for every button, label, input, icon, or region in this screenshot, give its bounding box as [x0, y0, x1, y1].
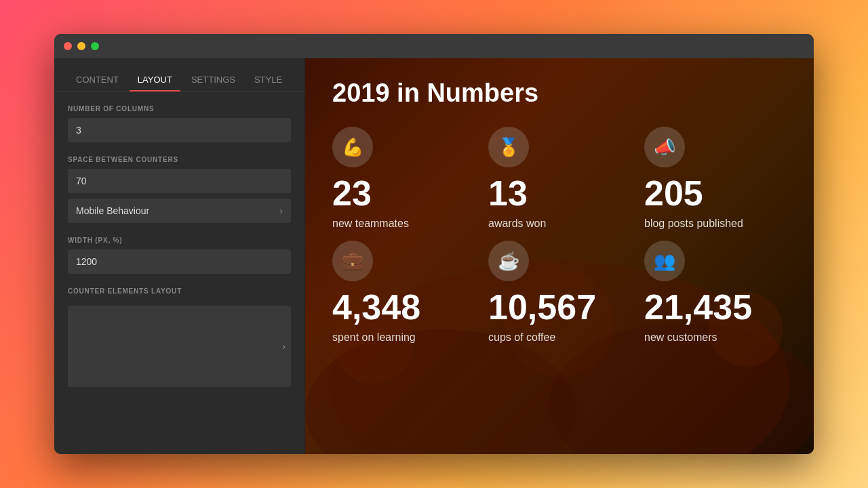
- close-dot[interactable]: [64, 42, 72, 50]
- mobile-behaviour-chevron-icon: ›: [279, 205, 283, 216]
- tab-style[interactable]: STYLE: [246, 69, 290, 92]
- coffee-icon: ☕: [498, 251, 519, 272]
- counter-elements-layout-label: COUNTER ELEMENTS LAYOUT: [68, 287, 291, 295]
- counter-number-3: 205: [644, 176, 703, 211]
- minimize-dot[interactable]: [77, 42, 85, 50]
- width-input[interactable]: [68, 249, 291, 274]
- preview-content: 2019 in Numbers 💪 23 new teammates: [305, 58, 814, 454]
- tab-settings[interactable]: SETTINGS: [183, 69, 243, 92]
- window-body: CONTENT LAYOUT SETTINGS STYLE NUMBER OF …: [54, 58, 814, 454]
- app-window: CONTENT LAYOUT SETTINGS STYLE NUMBER OF …: [54, 34, 814, 454]
- space-between-counters-group: SPACE BETWEEN COUNTERS Mobile Behaviour …: [68, 156, 291, 223]
- counter-icon-circle-1: 💪: [332, 127, 373, 167]
- briefcase-icon: 💼: [342, 251, 363, 272]
- layout-preview-area[interactable]: ›: [68, 306, 291, 387]
- counters-row-2: 💼 4,348 spent on learning ☕ 10,567 cups …: [332, 241, 787, 344]
- space-between-counters-label: SPACE BETWEEN COUNTERS: [68, 156, 291, 163]
- counter-number-4: 4,348: [332, 289, 420, 325]
- tab-layout[interactable]: LAYOUT: [130, 69, 180, 92]
- layout-preview-chevron-icon: ›: [282, 341, 285, 352]
- counter-item-1: 💪 23 new teammates: [332, 127, 475, 230]
- title-bar: [54, 34, 814, 58]
- counter-item-6: 👥 21,435 new customers: [644, 241, 787, 344]
- muscle-icon: 💪: [342, 137, 363, 158]
- tab-content[interactable]: CONTENT: [68, 69, 127, 92]
- mobile-behaviour-label: Mobile Behaviour: [76, 205, 149, 216]
- space-between-counters-input[interactable]: [68, 169, 291, 193]
- counter-label-3: blog posts published: [644, 218, 743, 230]
- counter-elements-layout-group: COUNTER ELEMENTS LAYOUT ›: [68, 287, 291, 387]
- counter-label-5: cups of coffee: [488, 331, 555, 344]
- counter-number-5: 10,567: [488, 289, 596, 325]
- panel-content: NUMBER OF COLUMNS SPACE BETWEEN COUNTERS…: [54, 92, 304, 414]
- counter-number-6: 21,435: [644, 289, 752, 325]
- tabs-bar: CONTENT LAYOUT SETTINGS STYLE: [54, 58, 304, 92]
- number-of-columns-label: NUMBER OF COLUMNS: [68, 105, 291, 113]
- counter-number-2: 13: [488, 176, 528, 211]
- counter-icon-circle-2: 🏅: [488, 127, 529, 167]
- counter-label-4: spent on learning: [332, 331, 416, 344]
- left-panel: CONTENT LAYOUT SETTINGS STYLE NUMBER OF …: [54, 58, 305, 454]
- width-label: WIDTH (PX, %): [68, 237, 291, 244]
- counters-row-1: 💪 23 new teammates 🏅 13 awards won: [332, 127, 787, 230]
- counter-label-2: awards won: [488, 218, 546, 230]
- counter-label-1: new teammates: [332, 218, 409, 230]
- counter-icon-circle-3: 📣: [644, 127, 685, 167]
- counter-item-5: ☕ 10,567 cups of coffee: [488, 241, 631, 344]
- preview-title: 2019 in Numbers: [332, 79, 787, 108]
- number-of-columns-input[interactable]: [68, 118, 291, 142]
- counter-item-3: 📣 205 blog posts published: [644, 127, 787, 230]
- medal-icon: 🏅: [498, 137, 519, 158]
- number-of-columns-group: NUMBER OF COLUMNS: [68, 105, 291, 142]
- counter-item-4: 💼 4,348 spent on learning: [332, 241, 475, 344]
- maximize-dot[interactable]: [91, 42, 99, 50]
- counter-icon-circle-5: ☕: [488, 241, 529, 281]
- mobile-behaviour-row[interactable]: Mobile Behaviour ›: [68, 199, 291, 223]
- right-panel: 2019 in Numbers 💪 23 new teammates: [305, 58, 814, 454]
- people-icon: 👥: [654, 251, 675, 272]
- counter-icon-circle-4: 💼: [332, 241, 373, 281]
- width-group: WIDTH (PX, %): [68, 237, 291, 274]
- counter-number-1: 23: [332, 176, 372, 211]
- counter-icon-circle-6: 👥: [644, 241, 685, 281]
- megaphone-icon: 📣: [654, 137, 675, 158]
- counter-item-2: 🏅 13 awards won: [488, 127, 631, 230]
- counter-label-6: new customers: [644, 331, 717, 344]
